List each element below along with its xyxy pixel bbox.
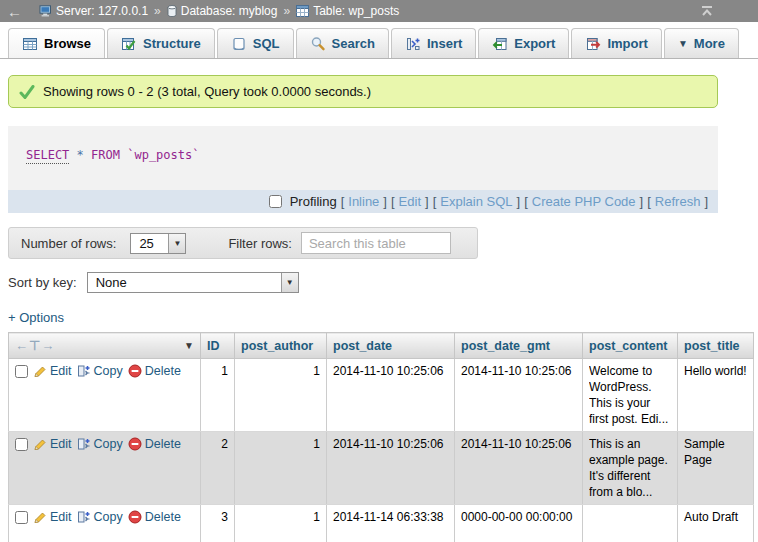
delete-row-link[interactable]: Delete	[128, 436, 181, 452]
sort-by-key-row: Sort by key: None ▼	[8, 272, 758, 293]
transpose-right-icon[interactable]: →	[41, 338, 55, 353]
tab-export[interactable]: Export	[478, 28, 569, 58]
edit-label: Edit	[50, 363, 72, 379]
breadcrumb-database-label: Database: myblog	[181, 4, 278, 18]
cell-post-date: 2014-11-10 10:25:06	[327, 359, 455, 432]
query-links-bar: Profiling [ Inline ] [ Edit ] [ Explain …	[8, 190, 718, 213]
chevron-down-icon: ▼	[678, 38, 688, 49]
column-header-post-title[interactable]: post_title	[678, 333, 754, 359]
success-check-icon	[19, 85, 35, 99]
tab-browse[interactable]: Browse	[8, 28, 105, 58]
cell-post-date-gmt: 2014-11-10 10:25:06	[455, 359, 583, 432]
cell-post-content: Welcome to WordPress. This is your first…	[583, 359, 678, 432]
tab-search[interactable]: Search	[296, 28, 389, 58]
tab-sql[interactable]: SQL	[217, 28, 294, 58]
row-select-checkbox[interactable]	[15, 511, 28, 524]
edit-row-link[interactable]: Edit	[33, 509, 72, 525]
sql-table-identifier: `wp_posts`	[127, 148, 199, 162]
breadcrumb-server[interactable]: Server: 127.0.0.1	[39, 4, 148, 18]
inline-link[interactable]: Inline	[348, 194, 379, 209]
bracket: ]	[383, 194, 387, 209]
column-header-id[interactable]: ID	[201, 333, 235, 359]
import-icon	[585, 36, 601, 52]
breadcrumb-bar: ← Server: 127.0.0.1 » Database: myblog »	[0, 0, 758, 22]
bracket: [	[391, 194, 395, 209]
pencil-icon[interactable]	[33, 510, 47, 524]
sql-query-area: SELECT * FROM `wp_posts` Profiling [ Inl…	[8, 126, 718, 213]
edit-row-link[interactable]: Edit	[33, 436, 72, 452]
column-header-post-author[interactable]: post_author	[235, 333, 327, 359]
filter-table-input[interactable]	[301, 232, 451, 254]
success-notice: Showing rows 0 - 2 (3 total, Query took …	[8, 75, 718, 108]
bracket: ]	[517, 194, 521, 209]
sort-by-key-value: None	[88, 273, 281, 292]
options-toggle-link[interactable]: + Options	[8, 310, 64, 325]
back-arrow-icon[interactable]: ←	[7, 4, 22, 19]
tab-import[interactable]: Import	[571, 28, 661, 58]
tab-structure[interactable]: Structure	[107, 28, 215, 58]
edit-label: Edit	[50, 436, 72, 452]
tab-more[interactable]: ▼ More	[664, 28, 739, 58]
column-header-post-date-gmt[interactable]: post_date_gmt	[455, 333, 583, 359]
copy-row-link[interactable]: Copy	[77, 363, 123, 379]
delete-icon[interactable]	[128, 437, 142, 451]
copy-icon[interactable]	[77, 364, 91, 378]
row-select-checkbox[interactable]	[15, 438, 28, 451]
sql-select-keyword[interactable]: SELECT	[26, 148, 69, 164]
copy-row-link[interactable]: Copy	[77, 436, 123, 452]
bracket: ]	[704, 194, 708, 209]
transpose-toggle-icon[interactable]: ⊤	[29, 338, 41, 353]
edit-query-link[interactable]: Edit	[399, 194, 421, 209]
profiling-checkbox[interactable]	[269, 195, 282, 208]
table-header-row: ← ⊤ → ▼ ID post_author post_date post_da…	[9, 333, 754, 359]
tab-export-label: Export	[514, 36, 555, 51]
tab-insert[interactable]: Insert	[391, 28, 476, 58]
success-notice-text: Showing rows 0 - 2 (3 total, Query took …	[43, 84, 371, 99]
breadcrumb-table[interactable]: Table: wp_posts	[296, 4, 399, 18]
breadcrumb-database[interactable]: Database: myblog	[167, 4, 278, 18]
collapse-top-icon[interactable]	[700, 5, 714, 17]
delete-icon[interactable]	[128, 510, 142, 524]
transpose-left-icon[interactable]: ←	[15, 338, 29, 353]
cell-post-author: 1	[235, 359, 327, 432]
column-header-post-content[interactable]: post_content	[583, 333, 678, 359]
select-arrow-icon: ▼	[168, 234, 185, 253]
cell-post-date-gmt: 0000-00-00 00:00:00	[455, 505, 583, 542]
table-icon	[296, 5, 309, 17]
number-of-rows-select[interactable]: 25 ▼	[130, 233, 186, 254]
breadcrumb-server-label: Server: 127.0.0.1	[56, 4, 148, 18]
delete-label: Delete	[145, 363, 181, 379]
database-icon	[167, 5, 177, 17]
tab-structure-label: Structure	[143, 36, 201, 51]
cell-id: 1	[201, 359, 235, 432]
tab-search-label: Search	[332, 36, 375, 51]
copy-icon[interactable]	[77, 437, 91, 451]
select-arrow-icon: ▼	[281, 273, 298, 292]
pencil-icon[interactable]	[33, 437, 47, 451]
explain-sql-link[interactable]: Explain SQL	[440, 194, 512, 209]
column-header-post-date[interactable]: post_date	[327, 333, 455, 359]
row-select-checkbox[interactable]	[15, 365, 28, 378]
cell-post-date: 2014-11-10 10:25:06	[327, 432, 455, 505]
refresh-link[interactable]: Refresh	[655, 194, 701, 209]
sort-by-key-label: Sort by key:	[8, 275, 77, 290]
delete-icon[interactable]	[128, 364, 142, 378]
table-row: Edit Copy	[9, 505, 754, 542]
cell-post-title: Sample Page	[678, 432, 754, 505]
sort-by-key-select[interactable]: None ▼	[87, 272, 299, 293]
pencil-icon[interactable]	[33, 364, 47, 378]
cell-id: 2	[201, 432, 235, 505]
edit-row-link[interactable]: Edit	[33, 363, 72, 379]
sql-query-box: SELECT * FROM `wp_posts`	[8, 126, 718, 190]
create-php-code-link[interactable]: Create PHP Code	[532, 194, 636, 209]
breadcrumb-separator: »	[154, 4, 161, 18]
actions-header: ← ⊤ → ▼	[9, 333, 201, 359]
delete-row-link[interactable]: Delete	[128, 363, 181, 379]
copy-row-link[interactable]: Copy	[77, 509, 123, 525]
delete-row-link[interactable]: Delete	[128, 509, 181, 525]
copy-label: Copy	[94, 363, 123, 379]
sort-caret-icon[interactable]: ▼	[184, 340, 194, 351]
tab-bar: Browse Structure SQL	[0, 22, 758, 59]
copy-icon[interactable]	[77, 510, 91, 524]
insert-icon	[405, 36, 421, 52]
